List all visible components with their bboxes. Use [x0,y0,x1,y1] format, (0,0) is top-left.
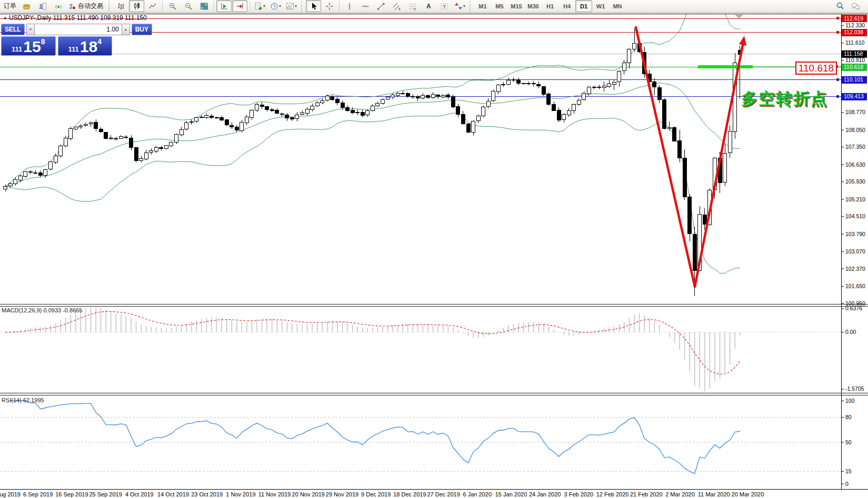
candlestick-chart-icon [133,2,141,11]
chevron-down-icon: ▾ [463,4,465,8]
indicators-icon [254,2,263,11]
chevron-down-icon: ▾ [295,4,297,8]
lot-size-input[interactable] [35,24,122,35]
ask-prefix: 111 [68,45,79,54]
svg-text:11 Nov 2019: 11 Nov 2019 [258,491,291,497]
svg-text:80: 80 [845,414,852,420]
cursor-icon [310,2,318,11]
arrows-button[interactable]: ▾ [452,0,467,12]
date-axis: 28 Aug 20196 Sep 201916 Sep 201925 Sep 2… [0,491,764,497]
svg-text:107.350: 107.350 [845,144,865,150]
crosshair-button[interactable] [322,0,337,12]
zoom-out-icon [184,2,193,11]
profiles-button[interactable] [35,0,50,12]
timeframe-button-M1[interactable]: M1 [474,0,491,12]
text-label-button[interactable]: T [436,0,452,12]
svg-text:F: F [414,7,416,11]
svg-text:28 Aug 2019: 28 Aug 2019 [0,491,21,497]
object-handle [836,31,839,34]
price-callout-110618[interactable]: 110.618 [795,62,837,75]
zoom-in-button[interactable] [165,0,180,12]
horizontal-line-button[interactable] [357,0,373,12]
chart-window: 112.330111.610110.910108.770108.050107.3… [0,13,868,498]
svg-text:20 Mar 2020: 20 Mar 2020 [732,491,764,497]
candlestick-chart-button[interactable] [129,0,144,12]
timeframe-button-MN[interactable]: MN [609,0,626,12]
svg-text:29 Nov 2019: 29 Nov 2019 [326,491,358,497]
svg-text:27 Dec 2019: 27 Dec 2019 [427,491,460,497]
metaeditor-button[interactable] [19,0,34,12]
text-label-icon: T [440,2,448,11]
zoom-in-icon [168,2,177,11]
timeframe-button-W1[interactable]: W1 [592,0,609,12]
sell-price-button[interactable]: 111158 [1,36,56,56]
trendline-button[interactable] [373,0,388,12]
svg-text:112.330: 112.330 [845,22,865,28]
timeframe-button-M30[interactable]: M30 [525,0,542,12]
timeframe-button-M5[interactable]: M5 [491,0,508,12]
toolbar-drag-handle[interactable] [108,1,111,11]
price-chart-canvas[interactable]: 112.330111.610110.910108.770108.050107.3… [0,13,868,498]
svg-text:112.619: 112.619 [844,15,863,22]
chart-shift-button[interactable] [232,0,247,12]
fibonacci-icon: F [408,2,417,11]
signals-icon [54,2,63,11]
chat-button[interactable] [848,0,863,12]
lot-increase-button[interactable]: ▴ [122,24,130,35]
search-button[interactable] [833,0,848,12]
arrows-icon [454,2,463,11]
svg-text:100: 100 [845,398,855,404]
svg-text:104.510: 104.510 [845,213,865,219]
new-order-button[interactable]: 订单 [2,0,18,12]
svg-text:103.070: 103.070 [845,248,865,255]
auto-scroll-icon [220,2,228,11]
svg-text:110.101: 110.101 [844,76,863,83]
timeframe-button-H4[interactable]: H4 [558,0,575,12]
svg-text:18 Dec 2019: 18 Dec 2019 [393,491,426,497]
bar-chart-button[interactable] [113,0,128,12]
svg-text:4 Oct 2019: 4 Oct 2019 [125,491,154,497]
autotrading-button[interactable]: 自动交易 [66,0,106,12]
templates-button[interactable]: ▾ [284,0,299,12]
trendline-icon [377,2,385,11]
signals-button[interactable] [51,0,66,12]
svg-text:0.6376: 0.6376 [845,305,862,311]
symbol-ohlc-text: USDJPY-,Daily 111.315 111.490 109.319 11… [9,14,147,22]
toolbar-drag-handle[interactable] [301,1,303,11]
tile-windows-button[interactable] [196,0,212,12]
timeframe-button-H1[interactable]: H1 [542,0,558,12]
object-handle [836,17,839,19]
svg-text:111.610: 111.610 [845,39,865,46]
timeframe-button-D1[interactable]: D1 [575,0,592,12]
timeframe-button-M15[interactable]: M15 [508,0,525,12]
line-chart-button[interactable] [145,0,160,12]
svg-text:6 Jan 2020: 6 Jan 2020 [463,491,492,497]
turning-point-annotation[interactable]: 多空转折点 [741,88,828,110]
indicators-button[interactable]: ▾ [252,0,267,12]
equidistant-channel-button[interactable]: E [389,0,404,12]
one-click-trading-panel: SELL ▾ ▴ BUY 111158 111184 [1,24,112,56]
lot-decrease-button[interactable]: ▾ [26,24,35,35]
templates-icon [286,2,294,11]
svg-text:0.00: 0.00 [845,329,856,335]
vertical-line-button[interactable] [342,0,357,12]
svg-text:20 Nov 2019: 20 Nov 2019 [292,491,325,497]
auto-scroll-button[interactable] [216,0,232,12]
zoom-out-button[interactable] [181,0,196,12]
toolbar-drag-handle[interactable] [470,1,472,11]
svg-text:102.370: 102.370 [845,266,865,272]
bid-big-digits: 15 [23,40,41,54]
svg-text:16 Sep 2019: 16 Sep 2019 [55,491,88,497]
buy-button[interactable]: BUY [132,24,152,35]
text-button[interactable]: A [421,0,436,12]
svg-text:12 Feb 2020: 12 Feb 2020 [596,491,629,497]
svg-text:9 Dec 2019: 9 Dec 2019 [361,491,391,497]
cursor-button[interactable] [306,0,321,12]
buy-price-button[interactable]: 111184 [58,36,113,56]
fibonacci-button[interactable]: F [405,0,420,12]
text-icon: A [424,2,433,11]
one-click-collapse-icon[interactable]: ◄ [3,16,7,21]
svg-text:110.618: 110.618 [844,64,863,70]
periods-button[interactable]: ▾ [268,0,283,12]
sell-button[interactable]: SELL [1,24,25,35]
